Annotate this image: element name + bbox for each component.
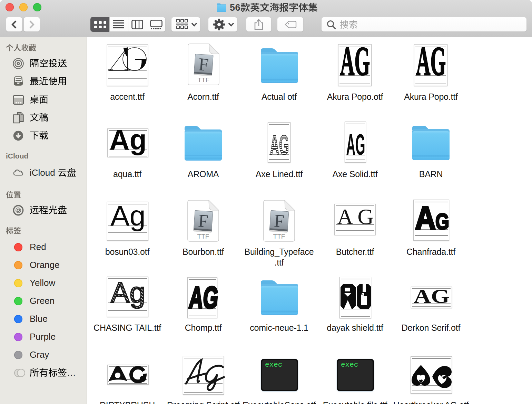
svg-text:Ag: Ag <box>111 276 145 309</box>
svg-text:A: A <box>415 200 436 236</box>
svg-text:Ag: Ag <box>109 124 147 155</box>
svg-text:A G: A G <box>337 204 374 229</box>
svg-text:AG: AG <box>340 39 370 84</box>
svg-text:AG: AG <box>346 128 365 161</box>
svg-text:AG: AG <box>414 285 450 307</box>
svg-text:G: G <box>435 209 449 234</box>
svg-text:AG: AG <box>416 39 446 84</box>
svg-text:AG: AG <box>188 280 220 315</box>
svg-text:AG: AG <box>270 129 289 160</box>
svg-text:Ag: Ag <box>110 200 146 231</box>
